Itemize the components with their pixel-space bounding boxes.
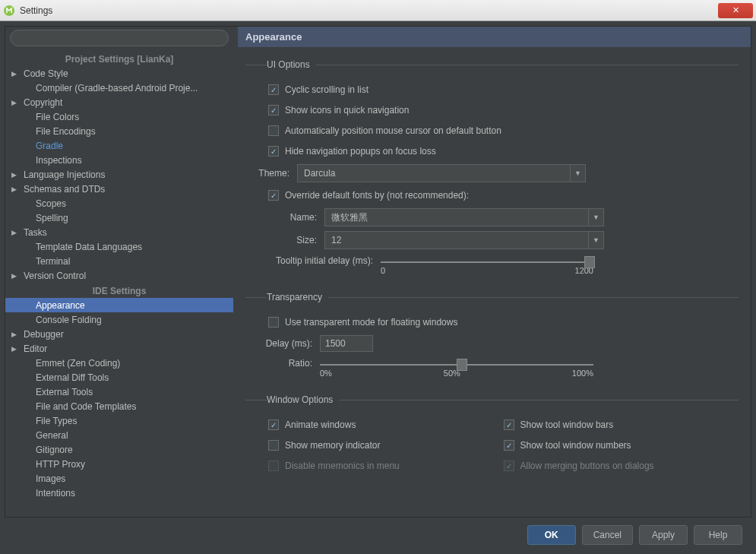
tree-item-label: Code Style	[24, 68, 68, 79]
tree-item-label: File and Code Templates	[36, 401, 137, 412]
tree-item-label: Scopes	[36, 198, 66, 209]
use-transparent-checkbox[interactable]	[268, 317, 279, 328]
tree-item-label: Tasks	[24, 227, 47, 238]
merge-buttons-checkbox[interactable]	[504, 461, 514, 471]
disable-mnemonics-label: Disable mnemonics in menu	[285, 461, 400, 471]
disable-mnemonics-checkbox[interactable]	[268, 461, 279, 471]
chevron-right-icon: ▶	[11, 171, 17, 179]
tree-item[interactable]: ▶Version Control	[5, 268, 233, 283]
theme-combo[interactable]: Darcula▼	[297, 164, 586, 182]
window-options-legend: Window Options	[267, 394, 339, 405]
animate-windows-checkbox[interactable]	[268, 419, 279, 430]
tree-item[interactable]: ▶Editor	[5, 341, 233, 356]
font-size-label: Size:	[277, 235, 317, 245]
chevron-right-icon: ▶	[11, 99, 17, 106]
chevron-down-icon: ▼	[588, 232, 603, 249]
hide-popups-checkbox[interactable]	[268, 146, 279, 157]
tree-item[interactable]: Compiler (Gradle-based Android Proje...	[5, 81, 233, 95]
tree-item-label: Spelling	[36, 213, 68, 223]
tree-item-label: External Tools	[36, 387, 93, 397]
tree-item[interactable]: Emmet (Zen Coding)	[5, 356, 233, 370]
tree-item-label: Gitignore	[36, 445, 73, 455]
search-input[interactable]	[10, 30, 229, 46]
tree-item[interactable]: Template Data Languages	[5, 239, 233, 254]
show-icons-label: Show icons in quick navigation	[285, 105, 409, 116]
panel-content: UI Options Cyclic scrolling in list Show…	[238, 47, 751, 517]
chevron-right-icon: ▶	[11, 345, 17, 353]
auto-position-checkbox[interactable]	[268, 125, 279, 136]
tree-item[interactable]: Images	[5, 471, 233, 486]
titlebar: Settings ✕	[0, 0, 756, 21]
tree-item[interactable]: File and Code Templates	[5, 399, 233, 413]
tree-item-label: Emmet (Zen Coding)	[36, 358, 120, 369]
button-bar: OK Cancel Apply Help	[5, 518, 751, 549]
tree-item[interactable]: ▶Schemas and DTDs	[5, 182, 233, 196]
show-icons-checkbox[interactable]	[268, 105, 279, 116]
tree-item-label: Console Folding	[36, 315, 102, 325]
font-size-combo[interactable]: 12▼	[324, 231, 604, 249]
tree-item[interactable]: External Diff Tools	[5, 370, 233, 385]
settings-tree[interactable]: Project Settings [LianKa]▶Code StyleComp…	[5, 49, 233, 517]
tree-item-label: File Encodings	[36, 126, 96, 137]
chevron-right-icon: ▶	[11, 70, 17, 78]
tool-window-numbers-checkbox[interactable]	[504, 440, 514, 451]
tree-item[interactable]: Scopes	[5, 196, 233, 211]
tree-item[interactable]: Intentions	[5, 486, 233, 500]
tree-item[interactable]: Gitignore	[5, 442, 233, 457]
chevron-right-icon: ▶	[11, 229, 17, 236]
apply-button[interactable]: Apply	[639, 525, 688, 545]
tree-item[interactable]: ▶Copyright	[5, 95, 233, 109]
tree-item[interactable]: ▶Code Style	[5, 66, 233, 81]
tree-item[interactable]: ▶Tasks	[5, 225, 233, 239]
window-title: Settings	[20, 5, 52, 16]
tree-item[interactable]: File Colors	[5, 109, 233, 124]
tree-item[interactable]: Spelling	[5, 211, 233, 225]
tree-item[interactable]: External Tools	[5, 385, 233, 399]
tree-item-label: Schemas and DTDs	[24, 184, 105, 195]
tree-item-label: Copyright	[24, 97, 62, 108]
tree-item-label: File Types	[36, 416, 77, 426]
transparency-group: Transparency Use transparent mode for fl…	[245, 292, 739, 384]
cyclic-scrolling-checkbox[interactable]	[268, 84, 279, 95]
tree-item[interactable]: Console Folding	[5, 312, 233, 327]
memory-indicator-checkbox[interactable]	[268, 440, 279, 451]
override-fonts-checkbox[interactable]	[268, 190, 279, 201]
panel-title: Appearance	[238, 27, 751, 47]
font-name-value: 微软雅黑	[331, 211, 368, 224]
tree-item[interactable]: Gradle	[5, 138, 233, 153]
tree-item[interactable]: Terminal	[5, 254, 233, 268]
merge-buttons-label: Allow merging buttons on dialogs	[520, 461, 654, 471]
tree-section-header: IDE Settings	[5, 283, 233, 298]
tree-item-label: Intentions	[36, 488, 75, 499]
ok-button[interactable]: OK	[527, 525, 576, 545]
chevron-right-icon: ▶	[11, 331, 17, 338]
tree-item[interactable]: File Types	[5, 413, 233, 428]
tree-item-label: Appearance	[36, 300, 85, 311]
ratio-slider[interactable]: 0%50%100%	[320, 358, 593, 378]
memory-indicator-label: Show memory indicator	[285, 440, 380, 451]
ui-options-group: UI Options Cyclic scrolling in list Show…	[245, 59, 739, 281]
font-name-combo[interactable]: 微软雅黑▼	[324, 208, 604, 226]
font-size-value: 12	[331, 235, 341, 245]
tree-item[interactable]: General	[5, 428, 233, 442]
tree-item[interactable]: ▶Language Injections	[5, 167, 233, 182]
tree-item[interactable]: ▶Debugger	[5, 327, 233, 341]
tree-item-label: File Colors	[36, 112, 79, 122]
tree-item-label: HTTP Proxy	[36, 459, 85, 470]
tree-item[interactable]: Appearance	[5, 298, 233, 312]
settings-sidebar: Project Settings [LianKa]▶Code StyleComp…	[5, 27, 233, 517]
delay-input[interactable]	[320, 335, 373, 352]
tooltip-delay-slider[interactable]: 01200	[381, 255, 593, 275]
cancel-button[interactable]: Cancel	[582, 525, 633, 545]
help-button[interactable]: Help	[694, 525, 742, 545]
tool-window-bars-checkbox[interactable]	[504, 419, 514, 430]
close-button[interactable]: ✕	[718, 3, 753, 18]
tree-item-label: Debugger	[24, 329, 64, 340]
override-fonts-label: Override default fonts by (not recommend…	[285, 190, 469, 201]
tree-item[interactable]: File Encodings	[5, 124, 233, 138]
tree-item-label: Language Injections	[24, 169, 105, 180]
tree-item[interactable]: Inspections	[5, 153, 233, 167]
tree-item-label: Editor	[24, 343, 47, 354]
tree-item[interactable]: HTTP Proxy	[5, 457, 233, 471]
ratio-label: Ratio:	[245, 358, 312, 369]
